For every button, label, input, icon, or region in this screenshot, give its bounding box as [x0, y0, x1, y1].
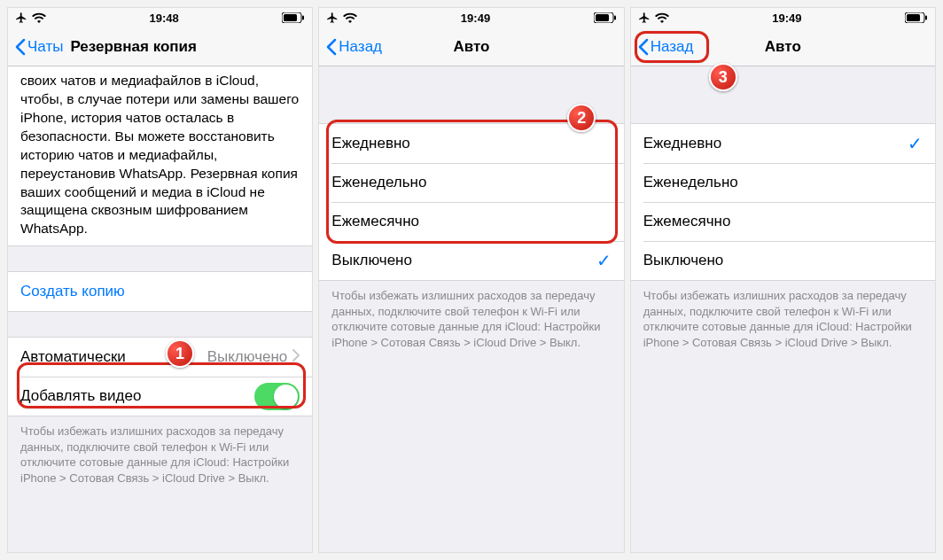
airplane-mode-icon — [326, 12, 339, 24]
nav-bar: Назад Авто — [319, 27, 623, 66]
airplane-mode-icon — [638, 12, 651, 24]
nav-bar: Чаты Резервная копия — [8, 27, 312, 66]
chevron-right-icon — [292, 348, 300, 366]
option-weekly[interactable]: Еженедельно — [631, 163, 935, 202]
option-daily[interactable]: Ежедневно — [319, 124, 623, 163]
wifi-icon — [655, 12, 669, 23]
back-label: Чаты — [27, 38, 63, 56]
footer-note: Чтобы избежать излишних расходов за пере… — [319, 281, 623, 350]
option-off[interactable]: Выключено — [631, 241, 935, 280]
create-backup-group: Создать копию — [8, 271, 312, 312]
option-label: Ежедневно — [331, 135, 409, 152]
option-label: Ежедневно — [643, 135, 721, 152]
option-label: Ежемесячно — [331, 213, 419, 230]
status-time: 19:48 — [150, 12, 179, 25]
footer-note: Чтобы избежать излишних расходов за пере… — [631, 281, 935, 350]
create-backup-button[interactable]: Создать копию — [8, 272, 312, 311]
svg-rect-4 — [596, 14, 609, 21]
include-video-row[interactable]: Добавлять видео — [8, 377, 312, 416]
content: своих чатов и медиафайлов в iCloud, чтоб… — [8, 66, 312, 552]
airplane-mode-icon — [15, 12, 27, 24]
status-bar: 19:49 — [319, 8, 623, 27]
include-video-switch[interactable] — [254, 383, 300, 410]
footer-note: Чтобы избежать излишних расходов за пере… — [8, 416, 312, 486]
status-bar: 19:48 — [8, 8, 312, 27]
wifi-icon — [32, 12, 46, 23]
option-label: Ежемесячно — [643, 213, 731, 230]
status-time: 19:49 — [772, 12, 801, 25]
back-button[interactable]: Назад — [638, 38, 694, 56]
battery-icon — [282, 12, 305, 23]
frequency-options-group: Ежедневно ✓ Еженедельно Ежемесячно Выклю… — [631, 123, 935, 281]
auto-backup-value: Выключено — [207, 348, 288, 366]
screen-auto-options-daily: 19:49 Назад Авто Ежедневно ✓ Еженедельно… — [630, 7, 936, 553]
option-label: Выключено — [331, 252, 412, 269]
option-label: Еженедельно — [643, 174, 738, 191]
back-label: Назад — [651, 38, 694, 56]
back-button[interactable]: Назад — [326, 38, 382, 56]
option-daily[interactable]: Ежедневно ✓ — [631, 124, 935, 163]
option-monthly[interactable]: Ежемесячно — [631, 202, 935, 241]
svg-rect-7 — [907, 14, 920, 21]
auto-backup-row[interactable]: Автоматически Выключено — [8, 338, 312, 377]
option-weekly[interactable]: Еженедельно — [319, 163, 623, 202]
frequency-options-group: Ежедневно Еженедельно Ежемесячно Выключе… — [319, 123, 623, 281]
checkmark-icon: ✓ — [908, 133, 923, 154]
screen-backup-settings: 19:48 Чаты Резервная копия своих чатов и… — [7, 7, 313, 553]
battery-icon — [905, 12, 928, 23]
content: Ежедневно ✓ Еженедельно Ежемесячно Выклю… — [631, 66, 935, 552]
checkmark-icon: ✓ — [596, 250, 612, 271]
nav-bar: Назад Авто — [631, 27, 935, 66]
option-monthly[interactable]: Ежемесячно — [319, 202, 623, 241]
svg-rect-5 — [614, 16, 616, 20]
svg-rect-1 — [284, 14, 297, 21]
option-off[interactable]: Выключено ✓ — [319, 241, 623, 280]
battery-icon — [594, 12, 617, 23]
auto-video-group: Автоматически Выключено Добавлять видео — [8, 337, 312, 416]
wifi-icon — [343, 12, 357, 23]
auto-backup-label: Автоматически — [20, 348, 126, 366]
create-backup-label: Создать копию — [20, 283, 125, 300]
include-video-label: Добавлять видео — [20, 387, 141, 405]
svg-rect-2 — [302, 16, 304, 20]
option-label: Выключено — [643, 252, 724, 269]
backup-description: своих чатов и медиафайлов в iCloud, чтоб… — [8, 66, 312, 246]
page-title: Резервная копия — [70, 38, 197, 56]
status-time: 19:49 — [461, 12, 490, 25]
option-label: Еженедельно — [331, 174, 426, 191]
back-button[interactable]: Чаты — [15, 38, 63, 56]
content: Ежедневно Еженедельно Ежемесячно Выключе… — [319, 66, 623, 552]
back-label: Назад — [339, 38, 382, 56]
svg-rect-8 — [925, 16, 927, 20]
status-bar: 19:49 — [631, 8, 935, 27]
screen-auto-options-off: 19:49 Назад Авто Ежедневно Еженедельно Е… — [318, 7, 624, 553]
